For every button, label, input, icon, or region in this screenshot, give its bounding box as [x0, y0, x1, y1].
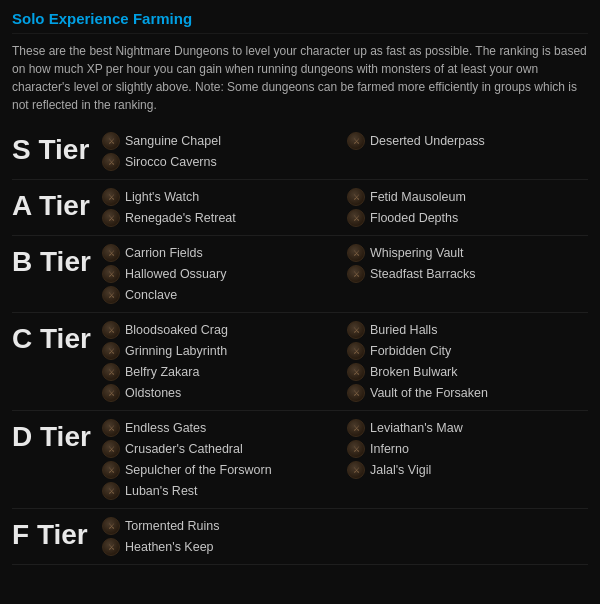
dungeon-icon	[347, 188, 365, 206]
dungeon-item: Endless Gates	[102, 419, 343, 437]
dungeon-item: Grinning Labyrinth	[102, 342, 343, 360]
dungeon-item: Oldstones	[102, 384, 343, 402]
dungeon-column-left: Tormented RuinsHeathen's Keep	[102, 517, 343, 556]
dungeon-name: Grinning Labyrinth	[125, 344, 227, 358]
tier-label: F Tier	[12, 517, 102, 551]
dungeon-name: Crusader's Cathedral	[125, 442, 243, 456]
dungeon-icon	[347, 363, 365, 381]
dungeon-name: Inferno	[370, 442, 409, 456]
dungeon-name: Fetid Mausoleum	[370, 190, 466, 204]
dungeon-column-right: Fetid MausoleumFlooded Depths	[347, 188, 588, 227]
dungeon-icon	[102, 286, 120, 304]
dungeon-column-right	[347, 517, 588, 556]
dungeon-item: Fetid Mausoleum	[347, 188, 588, 206]
dungeon-name: Vault of the Forsaken	[370, 386, 488, 400]
tier-dungeons: Sanguine ChapelSirocco CavernsDeserted U…	[102, 132, 588, 171]
dungeon-icon	[347, 265, 365, 283]
dungeon-item: Inferno	[347, 440, 588, 458]
dungeon-item: Leviathan's Maw	[347, 419, 588, 437]
dungeon-name: Forbidden City	[370, 344, 451, 358]
dungeon-name: Sanguine Chapel	[125, 134, 221, 148]
dungeon-column-right: Leviathan's MawInfernoJalal's Vigil	[347, 419, 588, 500]
tier-label: D Tier	[12, 419, 102, 453]
dungeon-item: Deserted Underpass	[347, 132, 588, 150]
dungeon-icon	[102, 153, 120, 171]
dungeon-item: Buried Halls	[347, 321, 588, 339]
dungeon-icon	[347, 384, 365, 402]
dungeon-name: Steadfast Barracks	[370, 267, 476, 281]
dungeon-item: Sirocco Caverns	[102, 153, 343, 171]
dungeon-name: Light's Watch	[125, 190, 199, 204]
dungeon-column-left: Light's WatchRenegade's Retreat	[102, 188, 343, 227]
dungeon-item: Flooded Depths	[347, 209, 588, 227]
dungeon-name: Carrion Fields	[125, 246, 203, 260]
dungeon-icon	[347, 342, 365, 360]
dungeon-icon	[102, 342, 120, 360]
dungeon-item: Carrion Fields	[102, 244, 343, 262]
tier-section-c-tier: C TierBloodsoaked CragGrinning Labyrinth…	[12, 313, 588, 411]
dungeon-column-left: Sanguine ChapelSirocco Caverns	[102, 132, 343, 171]
tier-label: B Tier	[12, 244, 102, 278]
dungeon-column-right: Deserted Underpass	[347, 132, 588, 171]
tiers-container: S TierSanguine ChapelSirocco CavernsDese…	[12, 124, 588, 565]
dungeon-name: Sepulcher of the Forsworn	[125, 463, 272, 477]
dungeon-item: Steadfast Barracks	[347, 265, 588, 283]
dungeon-name: Renegade's Retreat	[125, 211, 236, 225]
dungeon-icon	[102, 132, 120, 150]
dungeon-name: Deserted Underpass	[370, 134, 485, 148]
tier-section-b-tier: B TierCarrion FieldsHallowed OssuaryConc…	[12, 236, 588, 313]
dungeon-icon	[347, 461, 365, 479]
dungeon-column-left: Carrion FieldsHallowed OssuaryConclave	[102, 244, 343, 304]
dungeon-icon	[102, 384, 120, 402]
tier-label: S Tier	[12, 132, 102, 166]
dungeon-item: Broken Bulwark	[347, 363, 588, 381]
tier-section-s-tier: S TierSanguine ChapelSirocco CavernsDese…	[12, 124, 588, 180]
dungeon-name: Flooded Depths	[370, 211, 458, 225]
dungeon-name: Hallowed Ossuary	[125, 267, 226, 281]
tier-section-f-tier: F TierTormented RuinsHeathen's Keep	[12, 509, 588, 565]
tier-dungeons: Light's WatchRenegade's RetreatFetid Mau…	[102, 188, 588, 227]
dungeon-item: Tormented Ruins	[102, 517, 343, 535]
dungeon-name: Bloodsoaked Crag	[125, 323, 228, 337]
dungeon-name: Heathen's Keep	[125, 540, 214, 554]
tier-section-a-tier: A TierLight's WatchRenegade's RetreatFet…	[12, 180, 588, 236]
dungeon-name: Luban's Rest	[125, 484, 198, 498]
dungeon-item: Conclave	[102, 286, 343, 304]
tier-dungeons: Endless GatesCrusader's CathedralSepulch…	[102, 419, 588, 500]
dungeon-name: Buried Halls	[370, 323, 437, 337]
dungeon-icon	[347, 440, 365, 458]
dungeon-icon	[102, 244, 120, 262]
tier-section-d-tier: D TierEndless GatesCrusader's CathedralS…	[12, 411, 588, 509]
dungeon-item: Crusader's Cathedral	[102, 440, 343, 458]
intro-text: These are the best Nightmare Dungeons to…	[12, 42, 588, 114]
tier-dungeons: Bloodsoaked CragGrinning LabyrinthBelfry…	[102, 321, 588, 402]
dungeon-item: Vault of the Forsaken	[347, 384, 588, 402]
dungeon-item: Renegade's Retreat	[102, 209, 343, 227]
dungeon-column-right: Whispering VaultSteadfast Barracks	[347, 244, 588, 304]
dungeon-name: Tormented Ruins	[125, 519, 220, 533]
dungeon-name: Oldstones	[125, 386, 181, 400]
dungeon-icon	[102, 188, 120, 206]
dungeon-item: Jalal's Vigil	[347, 461, 588, 479]
dungeon-item: Hallowed Ossuary	[102, 265, 343, 283]
dungeon-name: Leviathan's Maw	[370, 421, 463, 435]
dungeon-item: Sanguine Chapel	[102, 132, 343, 150]
dungeon-name: Sirocco Caverns	[125, 155, 217, 169]
dungeon-item: Heathen's Keep	[102, 538, 343, 556]
dungeon-item: Sepulcher of the Forsworn	[102, 461, 343, 479]
dungeon-item: Luban's Rest	[102, 482, 343, 500]
dungeon-column-right: Buried HallsForbidden CityBroken Bulwark…	[347, 321, 588, 402]
dungeon-item: Forbidden City	[347, 342, 588, 360]
dungeon-icon	[102, 517, 120, 535]
dungeon-icon	[347, 419, 365, 437]
dungeon-name: Jalal's Vigil	[370, 463, 431, 477]
tier-label: A Tier	[12, 188, 102, 222]
dungeon-icon	[102, 419, 120, 437]
dungeon-item: Belfry Zakara	[102, 363, 343, 381]
dungeon-icon	[347, 132, 365, 150]
dungeon-name: Conclave	[125, 288, 177, 302]
dungeon-column-left: Endless GatesCrusader's CathedralSepulch…	[102, 419, 343, 500]
page-title: Solo Experience Farming	[12, 10, 588, 34]
dungeon-name: Whispering Vault	[370, 246, 464, 260]
dungeon-icon	[102, 538, 120, 556]
